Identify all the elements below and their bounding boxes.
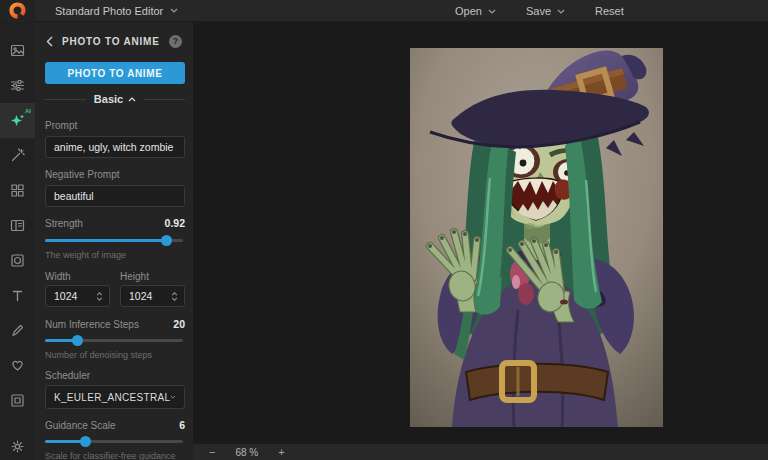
top-bar: Standard Photo Editor Open Save Reset (0, 0, 768, 22)
back-chevron-icon[interactable] (46, 36, 53, 47)
divider (144, 99, 185, 100)
save-menu[interactable]: Save (526, 5, 565, 17)
chevron-down-icon (170, 8, 178, 13)
chevron-up-icon (128, 97, 136, 102)
strength-slider[interactable] (45, 234, 183, 246)
flame-logo-icon (8, 1, 27, 20)
app-logo[interactable] (0, 0, 35, 22)
steps-slider[interactable] (45, 334, 183, 346)
steps-row: Num Inference Steps 20 (45, 318, 185, 330)
rail-item-image[interactable] (0, 33, 35, 68)
ai-badge: AI (25, 108, 31, 114)
steps-label: Num Inference Steps (45, 319, 139, 330)
open-menu-label: Open (455, 5, 482, 17)
zoom-in-button[interactable]: + (274, 447, 288, 458)
panel-header: PHOTO TO ANIME ? (35, 22, 193, 60)
scheduler-value: K_EULER_ANCESTRAL (54, 392, 170, 403)
open-menu[interactable]: Open (455, 5, 496, 17)
guidance-row: Guidance Scale 6 (45, 419, 185, 431)
rail-item-elements[interactable] (0, 173, 35, 208)
layout-panel-icon (9, 217, 26, 234)
width-stepper[interactable] (45, 285, 110, 307)
magic-wand-icon (9, 147, 26, 164)
basic-section-toggle[interactable]: Basic (45, 92, 185, 106)
negative-prompt-label: Negative Prompt (45, 169, 119, 180)
strength-help: The weight of image (45, 250, 126, 260)
width-input[interactable] (46, 290, 96, 302)
panel-title: PHOTO TO ANIME (62, 36, 160, 47)
rail-item-settings[interactable] (0, 429, 35, 460)
slider-track (45, 339, 183, 342)
adjustments-icon (9, 77, 26, 94)
steps-value: 20 (173, 318, 185, 330)
zoom-level[interactable]: 68 % (235, 447, 258, 458)
heart-icon (9, 357, 26, 374)
strength-value: 0.92 (165, 217, 185, 229)
rail-item-draw[interactable] (0, 313, 35, 348)
width-spin-buttons[interactable] (96, 292, 109, 301)
border-frame-icon (9, 392, 26, 409)
status-bar: − 68 % + (193, 443, 768, 460)
rail-item-layout[interactable] (0, 208, 35, 243)
help-icon[interactable]: ? (169, 35, 182, 48)
photo-to-anime-button[interactable]: PHOTO TO ANIME (45, 62, 185, 84)
prompt-input[interactable] (45, 136, 185, 158)
rail-item-ai-tools[interactable]: AI (0, 103, 35, 138)
save-menu-label: Save (526, 5, 551, 17)
slider-handle[interactable] (80, 436, 91, 447)
reset-button-label: Reset (595, 5, 624, 17)
width-label: Width (45, 271, 71, 282)
slider-handle[interactable] (72, 335, 83, 346)
spin-down-icon[interactable] (96, 297, 103, 301)
reset-button[interactable]: Reset (595, 5, 624, 17)
slider-track (45, 440, 183, 443)
scheduler-select[interactable]: K_EULER_ANCESTRAL (45, 385, 185, 409)
steps-help: Number of denoising steps (45, 350, 152, 360)
height-label: Height (120, 271, 149, 282)
height-input[interactable] (121, 290, 171, 302)
spin-down-icon[interactable] (171, 297, 178, 301)
strength-label: Strength (45, 218, 83, 229)
strength-row: Strength 0.92 (45, 217, 185, 229)
section-label: Basic (94, 93, 123, 105)
rail-item-border[interactable] (0, 383, 35, 418)
frame-mask-icon (9, 252, 26, 269)
negative-prompt-input[interactable] (45, 185, 185, 207)
editor-mode-label: Standard Photo Editor (55, 5, 163, 17)
rail-item-text[interactable] (0, 278, 35, 313)
canvas-area (193, 22, 768, 443)
scheduler-label: Scheduler (45, 370, 90, 381)
pen-icon (9, 322, 26, 339)
chevron-down-icon (170, 394, 176, 400)
canvas-image (410, 48, 663, 427)
spin-up-icon[interactable] (171, 292, 178, 296)
rail-item-adjustments[interactable] (0, 68, 35, 103)
guidance-help: Scale for classifier-free guidance (45, 451, 176, 460)
zombie-witch-illustration (410, 48, 663, 427)
slider-fill (45, 239, 166, 242)
ai-sparkles-icon (9, 112, 26, 129)
elements-grid-icon (9, 182, 26, 199)
prompt-label: Prompt (45, 120, 77, 131)
divider (45, 99, 86, 100)
image-icon (9, 42, 26, 59)
chevron-down-icon (557, 9, 565, 14)
chevron-down-icon (488, 9, 496, 14)
slider-handle[interactable] (161, 235, 172, 246)
rail-item-retouch[interactable] (0, 138, 35, 173)
spin-up-icon[interactable] (96, 292, 103, 296)
height-spin-buttons[interactable] (171, 292, 184, 301)
photo-to-anime-panel: PHOTO TO ANIME ? PHOTO TO ANIME Basic Pr… (35, 22, 193, 460)
guidance-value: 6 (179, 419, 185, 431)
guidance-slider[interactable] (45, 435, 183, 447)
slider-fill (45, 440, 85, 443)
height-stepper[interactable] (120, 285, 185, 307)
rail-item-frame[interactable] (0, 243, 35, 278)
zoom-out-button[interactable]: − (205, 447, 219, 458)
gear-icon (9, 438, 26, 455)
tool-rail: AI (0, 22, 35, 460)
guidance-label: Guidance Scale (45, 420, 116, 431)
editor-mode-tab[interactable]: Standard Photo Editor (35, 0, 192, 22)
top-menu-group: Open Save Reset (455, 0, 624, 22)
rail-item-favorites[interactable] (0, 348, 35, 383)
